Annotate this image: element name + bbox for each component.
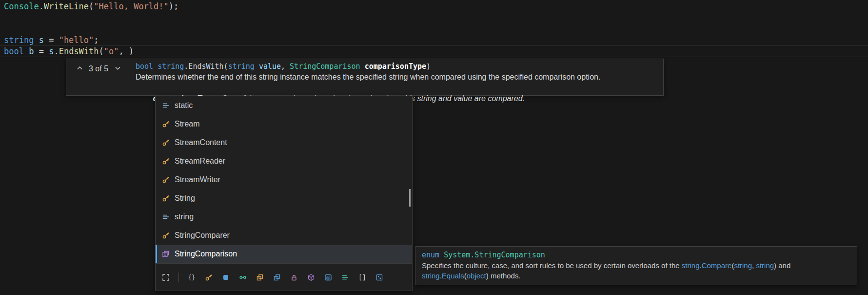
- completion-item-label: String: [175, 194, 195, 203]
- syntax-token: Compare: [702, 261, 732, 270]
- expand-icon[interactable]: [161, 273, 170, 282]
- syntax-token: Console: [4, 1, 39, 11]
- syntax-token: [153, 62, 158, 71]
- lock-icon[interactable]: [290, 273, 298, 282]
- syntax-token: "hello": [59, 35, 94, 45]
- enum-icon: [162, 250, 170, 258]
- syntax-token: comparisonType: [365, 62, 426, 71]
- class-icon: [162, 157, 170, 165]
- completion-item-label: static: [175, 101, 193, 110]
- snippet-brackets-icon[interactable]: [358, 273, 367, 282]
- svg-text:{}: {}: [188, 274, 195, 281]
- completion-item[interactable]: string: [156, 208, 412, 226]
- syntax-token: b: [29, 46, 34, 56]
- syntax-token: .: [54, 46, 59, 56]
- completion-item[interactable]: StreamContent: [156, 133, 412, 152]
- syntax-token: [255, 62, 259, 71]
- syntax-token: StringComparison: [290, 62, 360, 71]
- completion-item[interactable]: StringComparison: [156, 245, 412, 263]
- syntax-token: [439, 251, 444, 259]
- syntax-token: ): [169, 1, 174, 11]
- class-icon: [162, 232, 170, 239]
- class-icon: [162, 194, 170, 202]
- syntax-token: .: [39, 1, 44, 11]
- syntax-token: bool: [4, 46, 24, 56]
- chevron-up-icon: [76, 64, 83, 73]
- completion-item[interactable]: Stream: [156, 115, 412, 133]
- class-key-icon[interactable]: [204, 273, 213, 282]
- signature-help-popup: 3 of 5 bool string.EndsWith(string value…: [66, 59, 664, 96]
- completion-item[interactable]: StringComparer: [156, 226, 412, 245]
- syntax-token: string: [756, 261, 774, 270]
- scrollbar-thumb[interactable]: [409, 189, 411, 207]
- signature-content: bool string.EndsWith(string value, Strin…: [136, 61, 600, 93]
- syntax-token: object: [467, 272, 486, 280]
- completion-items: staticStreamStreamContentStreamReaderStr…: [156, 96, 412, 263]
- syntax-token: WriteLine: [44, 1, 89, 11]
- syntax-token: [34, 35, 39, 45]
- completion-item-label: StreamContent: [175, 138, 227, 147]
- keyword-icon: [162, 213, 170, 221]
- signature-prev-button[interactable]: [75, 64, 84, 73]
- symbol-boxes-icon[interactable]: [375, 273, 384, 282]
- keyword-lines-icon[interactable]: [341, 273, 350, 282]
- completion-item[interactable]: StreamReader: [156, 152, 412, 170]
- completion-item[interactable]: static: [156, 96, 412, 115]
- syntax-token: string: [158, 62, 184, 71]
- syntax-token: ;: [174, 1, 178, 11]
- completion-scrollbar[interactable]: [408, 96, 412, 263]
- completion-item[interactable]: String: [156, 189, 412, 208]
- syntax-token: s: [39, 35, 44, 45]
- syntax-token: string: [4, 35, 34, 45]
- signature-description: Determines whether the end of this strin…: [136, 72, 600, 83]
- keyword-icon: [162, 102, 170, 109]
- completion-item-label: Stream: [175, 120, 200, 128]
- syntax-token: value: [259, 62, 281, 71]
- completion-filter-toolbar: {}@: [156, 263, 412, 291]
- field-box-icon[interactable]: [221, 273, 230, 282]
- syntax-token: ): [426, 62, 431, 71]
- at-symbol-icon[interactable]: @: [324, 273, 333, 282]
- interface-squares-icon[interactable]: [256, 273, 264, 282]
- syntax-token: EndsWith: [59, 46, 99, 56]
- completion-list-popup: staticStreamStreamContentStreamReaderStr…: [155, 96, 413, 291]
- linked-circles-icon[interactable]: [238, 273, 247, 282]
- syntax-token: methods.: [489, 272, 521, 280]
- syntax-token: string: [228, 62, 255, 71]
- class-icon: [162, 139, 170, 147]
- code-line: string s = "hello";: [4, 35, 99, 46]
- syntax-token: Equals: [442, 272, 464, 280]
- completion-item-label: string: [175, 212, 194, 221]
- signature-pager-label: 3 of 5: [89, 64, 108, 73]
- completion-item-label: StreamWriter: [175, 175, 220, 184]
- syntax-token: and: [776, 261, 790, 270]
- syntax-token: bool: [136, 62, 153, 71]
- syntax-token: System.StringComparison: [444, 251, 545, 259]
- class-icon: [162, 120, 170, 128]
- signature-label: bool string.EndsWith(string value, Strin…: [136, 61, 600, 72]
- completion-item[interactable]: StreamWriter: [156, 170, 412, 189]
- code-line: Console.WriteLine("Hello, World!");: [4, 1, 178, 12]
- syntax-token: [24, 46, 29, 56]
- syntax-token: string: [734, 261, 752, 270]
- details-signature: enum System.StringComparison: [422, 250, 851, 260]
- namespace-cube-icon[interactable]: [307, 273, 316, 282]
- syntax-token: string: [422, 272, 440, 280]
- details-description: Specifies the culture, case, and sort ru…: [422, 260, 851, 281]
- syntax-token: enum: [422, 251, 439, 259]
- syntax-token: "o": [104, 46, 119, 56]
- struct-squares-icon[interactable]: [273, 273, 281, 282]
- completion-item-label: StringComparer: [175, 231, 230, 240]
- syntax-token: ;: [94, 35, 99, 45]
- class-icon: [162, 176, 170, 184]
- syntax-token: s: [49, 46, 54, 56]
- code-line: bool b = s.EndsWith("o", ): [4, 46, 134, 57]
- syntax-token: (: [99, 46, 104, 56]
- signature-next-button[interactable]: [113, 64, 122, 73]
- braces-icon[interactable]: {}: [187, 273, 196, 282]
- chevron-down-icon: [114, 64, 121, 73]
- signature-pager: 3 of 5: [75, 64, 122, 73]
- syntax-token: .EndsWith(: [184, 62, 228, 71]
- toolbar-separator: [178, 273, 179, 282]
- svg-text:@: @: [326, 275, 331, 280]
